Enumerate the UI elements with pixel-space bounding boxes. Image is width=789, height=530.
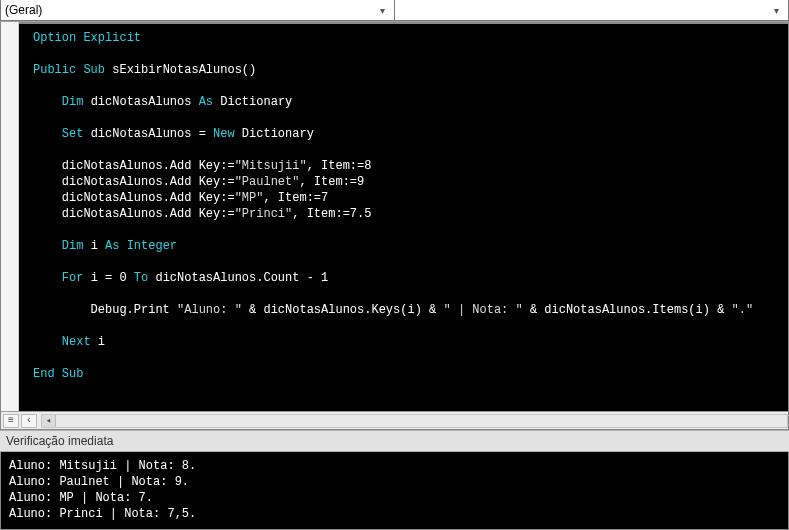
procedure-view-button[interactable]: ‹	[21, 414, 37, 428]
object-dropdown[interactable]: (Geral) ▾	[0, 0, 395, 21]
code-editor-body[interactable]: Option Explicit Public Sub sExibirNotasA…	[1, 22, 788, 411]
code-editor: Option Explicit Public Sub sExibirNotasA…	[0, 22, 789, 430]
immediate-window[interactable]: Aluno: Mitsujii | Nota: 8. Aluno: Paulne…	[0, 452, 789, 530]
chevron-down-icon: ▾	[374, 5, 390, 16]
chevron-down-icon: ▾	[768, 5, 784, 16]
full-module-view-button[interactable]: ≡	[3, 414, 19, 428]
code-text[interactable]: Option Explicit Public Sub sExibirNotasA…	[19, 22, 788, 411]
scroll-left-arrow-icon[interactable]: ◂	[42, 415, 56, 427]
editor-bottom-strip: ≡ ‹ ◂	[1, 411, 788, 429]
procedure-dropdown[interactable]: ▾	[395, 0, 789, 21]
object-dropdown-text: (Geral)	[5, 3, 374, 17]
immediate-window-title: Verificação imediata	[0, 430, 789, 452]
horizontal-scrollbar[interactable]: ◂	[41, 414, 788, 428]
object-proc-bar: (Geral) ▾ ▾	[0, 0, 789, 22]
code-margin	[1, 22, 19, 411]
